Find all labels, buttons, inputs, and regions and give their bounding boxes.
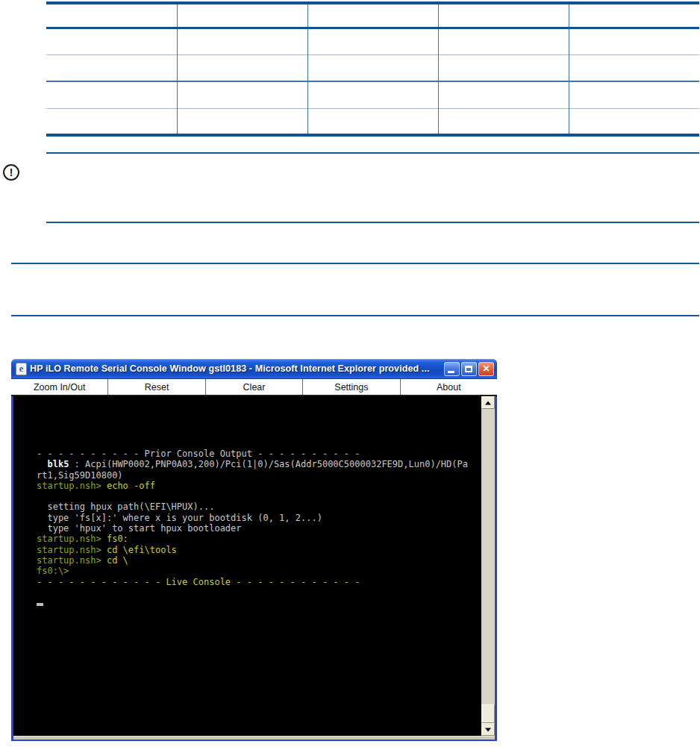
toolbar-button-clear[interactable]: Clear: [205, 379, 302, 395]
maximize-button[interactable]: [461, 362, 477, 376]
scroll-up-button[interactable]: [481, 396, 495, 409]
console-line: startup.nsh> cd \efi\tools: [37, 545, 481, 555]
close-button[interactable]: ✕: [478, 362, 494, 376]
console-text-segment: : Acpi(HWP0002,PNP0A03,200)/Pci(1|0)/Sas…: [69, 459, 468, 469]
console-line: fs0:\>: [37, 566, 481, 576]
table-cell: [177, 108, 307, 135]
console-window: e HP iLO Remote Serial Console Window gs…: [11, 359, 497, 741]
console-text-segment: - - - - - - - - - - - - Live Console - -…: [37, 577, 360, 587]
console-line: setting hpux path(\EFI\HPUX)...: [37, 501, 481, 512]
console-text-segment: startup.nsh>: [37, 545, 101, 555]
table-cell: [569, 108, 699, 135]
table-row: [46, 28, 699, 54]
window-title-bar[interactable]: e HP iLO Remote Serial Console Window gs…: [11, 359, 497, 378]
console-line: [37, 491, 481, 501]
table-cell: [438, 54, 569, 81]
console-text-segment: setting hpux path(\EFI\HPUX)...: [37, 501, 214, 512]
console-line: rt1,Sig59D10800): [37, 470, 481, 481]
table-cell: [307, 54, 438, 81]
section-divider: [11, 263, 699, 264]
console-text-segment: echo -off: [101, 481, 155, 491]
console-toolbar: Zoom In/OutResetClearSettingsAbout: [11, 378, 497, 396]
console-line: - - - - - - - - - - Prior Console Output…: [37, 448, 481, 459]
console-text-segment: type 'fs[x]:' where x is your bootdisk (…: [37, 513, 322, 523]
toolbar-button-reset[interactable]: Reset: [107, 379, 204, 395]
table-cell: [46, 54, 177, 81]
minimize-icon: [448, 371, 454, 373]
console-line: startup.nsh> cd \: [37, 555, 481, 566]
window-title: HP iLO Remote Serial Console Window gstl…: [30, 363, 443, 374]
console-text-segment: blk5: [47, 459, 69, 469]
section-divider: [46, 222, 699, 223]
console-text-segment: rt1,Sig59D10800): [37, 470, 123, 481]
console-text-segment: fs0:\>: [37, 566, 69, 576]
console-text-segment: - - - - - - - - - - Prior Console Output…: [37, 448, 360, 459]
console-text-segment: fs0:: [101, 534, 128, 544]
spec-table: [46, 1, 699, 137]
console-text-segment: cd \efi\tools: [101, 545, 177, 555]
table-cell: [307, 108, 438, 135]
console-text-segment: cd \: [101, 555, 128, 566]
table-cell: [46, 81, 177, 108]
spec-table-body: [46, 3, 699, 135]
toolbar-button-about[interactable]: About: [400, 379, 497, 395]
console-text-segment: [37, 459, 47, 469]
console-text-segment: type 'hpux' to start hpux bootloader: [37, 523, 242, 534]
table-cell: [569, 3, 699, 28]
scrollbar-thumb[interactable]: [481, 704, 495, 723]
toolbar-button-zoom-in-out[interactable]: Zoom In/Out: [11, 379, 107, 395]
document-page: ! e HP iLO Remote Serial Console Window …: [0, 0, 700, 747]
scrollbar-track[interactable]: [481, 396, 495, 736]
table-cell: [569, 28, 699, 54]
table-row: [46, 3, 699, 28]
table-row: [46, 108, 699, 135]
console-text-segment: startup.nsh>: [37, 555, 101, 566]
console-line: [37, 587, 481, 598]
table-cell: [46, 108, 177, 135]
table-cell: [438, 3, 569, 28]
console-line: type 'hpux' to start hpux bootloader: [37, 523, 481, 534]
minimize-button[interactable]: [444, 362, 460, 376]
table-cell: [46, 3, 177, 28]
scroll-down-button[interactable]: [481, 723, 495, 736]
console-line: type 'fs[x]:' where x is your bootdisk (…: [37, 513, 481, 523]
terminal-cursor: [37, 603, 43, 606]
up-arrow-icon: [485, 401, 491, 404]
important-icon: !: [3, 164, 19, 181]
console-line: startup.nsh> fs0:: [37, 534, 481, 544]
console-line: [37, 598, 481, 608]
table-cell: [177, 3, 307, 28]
console-output[interactable]: - - - - - - - - - - Prior Console Output…: [13, 396, 481, 736]
table-cell: [177, 81, 307, 108]
console-line: - - - - - - - - - - - - Live Console - -…: [37, 577, 481, 587]
table-cell: [307, 3, 438, 28]
console-line: startup.nsh> echo -off: [37, 481, 481, 491]
section-divider: [46, 152, 699, 154]
toolbar-button-settings[interactable]: Settings: [302, 379, 399, 395]
table-row: [46, 81, 699, 108]
table-cell: [438, 108, 569, 135]
console-line: blk5 : Acpi(HWP0002,PNP0A03,200)/Pci(1|0…: [37, 459, 481, 469]
table-cell: [177, 54, 307, 81]
table-cell: [307, 81, 438, 108]
section-divider: [11, 315, 699, 316]
table-cell: [569, 81, 699, 108]
table-cell: [438, 81, 569, 108]
table-cell: [569, 54, 699, 81]
maximize-icon: [465, 366, 472, 372]
table-cell: [46, 28, 177, 54]
window-bottom-strip: [13, 736, 495, 740]
table-cell: [177, 28, 307, 54]
console-text-segment: startup.nsh>: [37, 481, 101, 491]
internet-explorer-icon: e: [16, 363, 27, 375]
table-cell: [307, 28, 438, 54]
down-arrow-icon: [485, 728, 491, 731]
table-cell: [438, 28, 569, 54]
console-text-segment: startup.nsh>: [37, 534, 101, 544]
table-row: [46, 54, 699, 81]
console-area: - - - - - - - - - - Prior Console Output…: [13, 396, 495, 736]
